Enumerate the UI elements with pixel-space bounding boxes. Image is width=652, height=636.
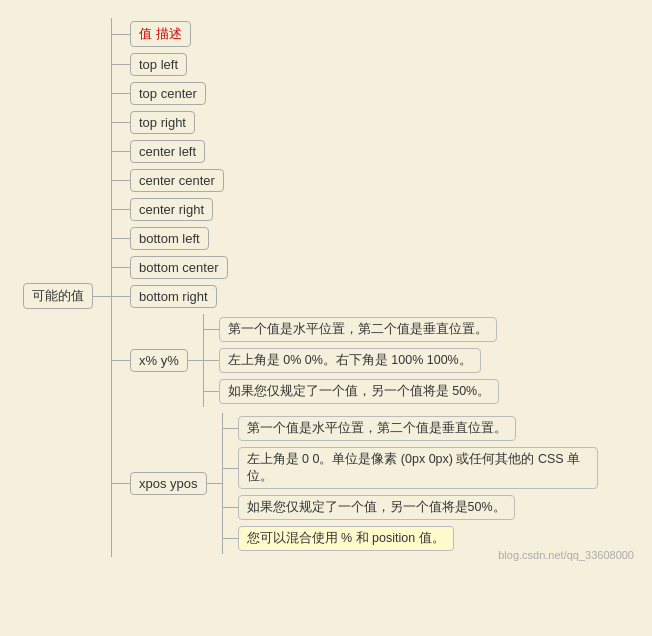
item-node-7: bottom center <box>130 256 228 279</box>
item-row-2: top right <box>112 111 598 134</box>
branch3-row: xpos ypos 第一个值是水平位置，第二个值是垂直位置。 <box>112 413 598 554</box>
branch3-child-node-2: 如果您仅规定了一个值，另一个值将是50%。 <box>238 495 515 520</box>
item-node-0: top left <box>130 53 187 76</box>
branch3-label: xpos ypos <box>130 472 207 495</box>
branch2-child-0: 第一个值是水平位置，第二个值是垂直位置。 <box>204 317 500 342</box>
item-node-1: top center <box>130 82 206 105</box>
branch2-child-node-1: 左上角是 0% 0%。右下角是 100% 100%。 <box>219 348 481 373</box>
main-v-line <box>111 18 112 557</box>
item-node-4: center center <box>130 169 224 192</box>
item-row-8: bottom right <box>112 285 598 308</box>
item-row-3: center left <box>112 140 598 163</box>
branch3-child-1: 左上角是 0 0。单位是像素 (0px 0px) 或任何其他的 CSS 单位。 <box>223 447 598 489</box>
branch3-child-0: 第一个值是水平位置，第二个值是垂直位置。 <box>223 416 598 441</box>
item-row-6: bottom left <box>112 227 598 250</box>
branch2-child-2: 如果您仅规定了一个值，另一个值将是 50%。 <box>204 379 500 404</box>
branch3-child-node-1: 左上角是 0 0。单位是像素 (0px 0px) 或任何其他的 CSS 单位。 <box>238 447 598 489</box>
branch3-child-3: 您可以混合使用 % 和 position 值。 <box>223 526 598 551</box>
branch3-children: 第一个值是水平位置，第二个值是垂直位置。 左上角是 0 0。单位是像素 (0px… <box>223 413 598 554</box>
item-row-1: top center <box>112 82 598 105</box>
item-node-3: center left <box>130 140 205 163</box>
item-row-0: top left <box>112 53 598 76</box>
item-row-5: center right <box>112 198 598 221</box>
item-node-6: bottom left <box>130 227 209 250</box>
header-node: 值 描述 <box>130 21 191 47</box>
item-row-4: center center <box>112 169 598 192</box>
branch3-child-2: 如果您仅规定了一个值，另一个值将是50%。 <box>223 495 598 520</box>
branch2-child-node-0: 第一个值是水平位置，第二个值是垂直位置。 <box>219 317 497 342</box>
item-node-5: center right <box>130 198 213 221</box>
branch3-child-node-3: 您可以混合使用 % 和 position 值。 <box>238 526 454 551</box>
branch2-child-node-2: 如果您仅规定了一个值，另一个值将是 50%。 <box>219 379 500 404</box>
branch2-child-1: 左上角是 0% 0%。右下角是 100% 100%。 <box>204 348 500 373</box>
branch2-label: x% y% <box>130 349 188 372</box>
branches: 值 描述 top left top center top right <box>112 18 598 557</box>
branch2-children: 第一个值是水平位置，第二个值是垂直位置。 左上角是 0% 0%。右下角是 100… <box>204 314 500 407</box>
root-node: 可能的值 <box>23 283 93 309</box>
watermark: blog.csdn.net/qq_33608000 <box>498 549 634 561</box>
item-node-2: top right <box>130 111 195 134</box>
item-row-7: bottom center <box>112 256 598 279</box>
page-layout: 可能的值 值 描述 top left <box>10 10 642 565</box>
item-node-8: bottom right <box>130 285 217 308</box>
branch3-child-node-0: 第一个值是水平位置，第二个值是垂直位置。 <box>238 416 516 441</box>
branch-header-row: 值 描述 <box>112 21 598 47</box>
branch2-row: x% y% 第一个值是水平位置，第二个值是垂直位置。 <box>112 314 598 407</box>
